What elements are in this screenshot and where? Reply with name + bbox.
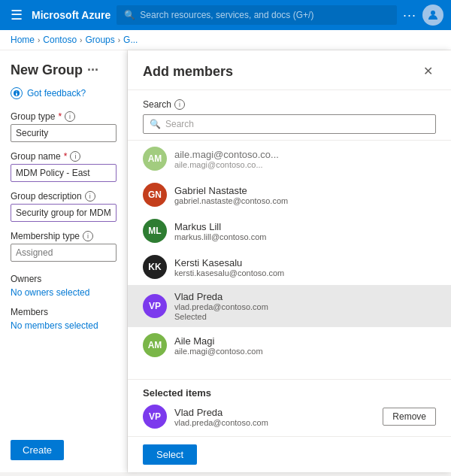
nav-more-icon[interactable]: ··· [403, 8, 416, 23]
main-layout: New Group ··· Got feedback? Group type *… [0, 50, 451, 472]
search-section: Search i 🔍 [128, 90, 451, 140]
member-email: vlad.preda@contoso.com [174, 302, 436, 311]
page-title-more-icon[interactable]: ··· [87, 62, 98, 78]
member-info: Kersti Kasesalu kersti.kasesalu@contoso.… [174, 257, 436, 277]
dialog-footer: Select [128, 436, 451, 472]
nav-search-icon: 🔍 [124, 10, 135, 20]
svg-point-0 [431, 11, 435, 15]
group-desc-info-icon[interactable]: i [85, 191, 95, 202]
group-type-info-icon[interactable]: i [65, 111, 75, 122]
avatar[interactable] [422, 5, 443, 26]
members-label: Members [11, 307, 117, 317]
close-button[interactable]: ✕ [420, 62, 436, 80]
search-icon: 🔍 [150, 119, 161, 129]
group-desc-input[interactable] [11, 204, 117, 222]
group-type-label: Group type * i [11, 111, 117, 122]
group-name-label: Group name * i [11, 151, 117, 162]
dialog-header: Add members ✕ [128, 50, 451, 90]
breadcrumb-chevron-3: › [118, 36, 120, 44]
member-name: Aile Magi [174, 335, 436, 347]
avatar: VP [143, 294, 167, 318]
remove-button[interactable]: Remove [383, 408, 436, 426]
members-list: AM aile.magi@contoso.co... aile.magi@con… [128, 140, 451, 379]
app-logo: Microsoft Azure [32, 9, 110, 21]
member-email: gabriel.nastaste@contoso.com [174, 196, 436, 205]
list-item[interactable]: KK Kersti Kasesalu kersti.kasesalu@conto… [128, 249, 451, 285]
membership-type-info-icon[interactable]: i [83, 231, 93, 241]
member-info: Vlad Preda vlad.preda@contoso.com Select… [174, 291, 436, 321]
member-name: Gabriel Nastaste [174, 185, 436, 196]
hamburger-icon[interactable]: ☰ [8, 4, 26, 26]
breadcrumb-chevron-1: › [38, 36, 40, 44]
membership-type-input[interactable] [11, 244, 117, 262]
nav-search-input[interactable] [140, 10, 389, 20]
membership-type-label: Membership type i [11, 231, 117, 241]
breadcrumb-home[interactable]: Home [11, 35, 35, 45]
member-name: Markus Lill [174, 221, 436, 232]
member-email: kersti.kasesalu@contoso.com [174, 268, 436, 277]
dialog-body: Search i 🔍 AM aile.magi@contoso.co... [128, 90, 451, 436]
search-input-wrapper: 🔍 [143, 114, 436, 134]
owners-link[interactable]: No owners selected [11, 287, 117, 298]
left-panel: New Group ··· Got feedback? Group type *… [0, 50, 128, 472]
group-name-info-icon[interactable]: i [70, 151, 80, 162]
member-info: Markus Lill markus.lill@contoso.com [174, 221, 436, 241]
member-info: aile.magi@contoso.co... aile.magi@contos… [174, 149, 436, 169]
nav-bar: ☰ Microsoft Azure 🔍 ··· [0, 0, 451, 30]
create-button[interactable]: Create [11, 440, 64, 460]
member-email: aile.magi@contoso.co... [174, 160, 436, 169]
breadcrumb-groups[interactable]: Groups [85, 35, 114, 45]
member-email: aile.magi@contoso.com [174, 347, 436, 356]
breadcrumb-current[interactable]: G... [123, 35, 138, 45]
member-email: markus.lill@contoso.com [174, 232, 436, 241]
list-item[interactable]: AM aile.magi@contoso.co... aile.magi@con… [128, 141, 451, 177]
member-name: Vlad Preda [174, 291, 436, 302]
breadcrumb: Home › Contoso › Groups › G... [0, 30, 451, 50]
feedback-icon [11, 87, 23, 99]
member-info: Gabriel Nastaste gabriel.nastaste@contos… [174, 185, 436, 205]
list-item[interactable]: GN Gabriel Nastaste gabriel.nastaste@con… [128, 177, 451, 213]
selected-section: Selected items VP Vlad Preda vlad.preda@… [128, 379, 451, 436]
search-label: Search i [143, 99, 436, 110]
add-members-dialog: Add members ✕ Search i 🔍 [128, 50, 451, 472]
list-item[interactable]: ML Markus Lill markus.lill@contoso.com [128, 213, 451, 249]
selected-member-row: VP Vlad Preda vlad.preda@contoso.com Rem… [143, 405, 436, 429]
search-info-icon[interactable]: i [174, 99, 185, 110]
avatar: ML [143, 219, 167, 243]
selected-label: Selected [174, 312, 436, 321]
select-button[interactable]: Select [143, 444, 197, 465]
breadcrumb-contoso[interactable]: Contoso [43, 35, 77, 45]
feedback-button[interactable]: Got feedback? [11, 87, 117, 99]
member-info: Aile Magi aile.magi@contoso.com [174, 335, 436, 356]
group-type-input[interactable] [11, 124, 117, 142]
avatar: KK [143, 255, 167, 279]
search-input[interactable] [165, 115, 429, 133]
selected-section-title: Selected items [143, 387, 436, 399]
owners-label: Owners [11, 274, 117, 284]
list-item[interactable]: VP Vlad Preda vlad.preda@contoso.com Sel… [128, 285, 451, 327]
dialog-title: Add members [143, 64, 233, 80]
group-name-input[interactable] [11, 164, 117, 182]
avatar: AM [143, 333, 167, 357]
selected-member-email: vlad.preda@contoso.com [174, 418, 375, 427]
avatar: AM [143, 147, 167, 171]
list-item[interactable]: AM Aile Magi aile.magi@contoso.com [128, 327, 451, 363]
selected-member-info: Vlad Preda vlad.preda@contoso.com [174, 407, 375, 427]
avatar: VP [143, 405, 167, 429]
members-link[interactable]: No members selected [11, 320, 117, 331]
avatar: GN [143, 183, 167, 207]
nav-search-bar[interactable]: 🔍 [117, 5, 397, 25]
member-name: aile.magi@contoso.co... [174, 149, 436, 160]
feedback-label: Got feedback? [27, 88, 86, 99]
breadcrumb-chevron-2: › [80, 36, 82, 44]
group-desc-label: Group description i [11, 191, 117, 202]
member-name: Kersti Kasesalu [174, 257, 436, 268]
page-title: New Group ··· [11, 62, 117, 78]
selected-member-name: Vlad Preda [174, 407, 375, 418]
